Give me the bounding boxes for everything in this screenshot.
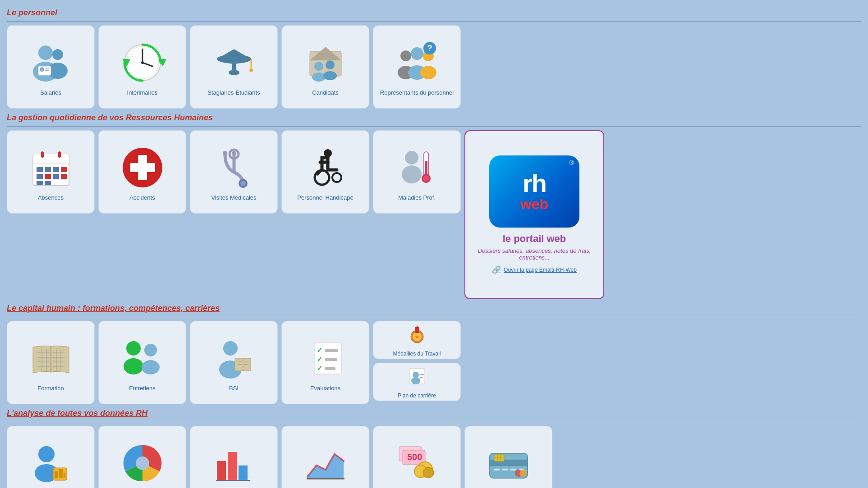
svg-rect-41 (53, 167, 59, 172)
card-maladies[interactable]: Maladies Prof. (373, 130, 461, 214)
svg-point-85 (142, 360, 160, 374)
svg-rect-119 (228, 452, 237, 480)
card-stagiaires[interactable]: Stagiaires-Etudiants (190, 25, 278, 109)
svg-rect-43 (37, 174, 43, 179)
card-medailles[interactable]: ★ Médailles du Travail (373, 321, 461, 359)
svg-point-142 (519, 470, 527, 477)
svg-point-18 (229, 70, 239, 75)
svg-point-32 (420, 66, 436, 79)
svg-rect-123 (307, 478, 344, 479)
stagiaires-icon (211, 38, 257, 87)
absences-icon (28, 143, 73, 192)
card-accidents[interactable]: Accidents (98, 130, 186, 214)
svg-rect-138 (502, 469, 508, 470)
nominatives-icon (28, 438, 73, 488)
absences-label: Absences (38, 194, 64, 201)
rhweb-link[interactable]: 🔗 Ouvrir la page Emalti-RH-Web (492, 265, 577, 274)
bsi-icon (211, 333, 257, 383)
svg-rect-116 (64, 473, 65, 478)
svg-text:✓: ✓ (317, 347, 322, 354)
svg-rect-118 (217, 461, 226, 480)
svg-point-58 (223, 151, 227, 155)
svg-rect-109 (420, 374, 424, 375)
visites-icon (211, 143, 257, 192)
representants-icon: ? (395, 38, 440, 87)
svg-point-83 (124, 358, 143, 374)
representants-label: Représentants du personnel (380, 89, 454, 96)
svg-point-12 (141, 61, 144, 64)
regroupees-icon (120, 438, 165, 488)
svg-point-26 (323, 71, 337, 80)
section-capital: Le capital humain : formations, compéten… (7, 304, 861, 404)
handicape-label: Personnel Handicapé (297, 194, 353, 201)
rhweb-logo: ® rh web (489, 155, 579, 228)
svg-rect-96 (325, 349, 338, 352)
svg-point-64 (402, 165, 422, 183)
candidats-icon (303, 38, 348, 87)
card-indicateurs[interactable]: Indicateurs (190, 426, 278, 488)
svg-point-86 (223, 341, 238, 356)
capital-small-cards: ★ Médailles du Travail (373, 321, 461, 404)
bsi-label: BSI (229, 385, 239, 392)
card-rapports[interactable]: Rapports (281, 426, 369, 488)
svg-rect-98 (325, 358, 337, 361)
rhweb-desc: Dossiers salariés, absences, notes de fr… (472, 247, 597, 261)
salaries-icon (28, 38, 73, 87)
card-plan-carriere[interactable]: Plan de carrière (373, 363, 461, 401)
svg-rect-137 (494, 469, 500, 470)
card-regroupees[interactable]: Regroupées (98, 426, 186, 488)
evaluations-label: Evaluations (310, 385, 340, 392)
section-title-analyse: L'analyse de toutes vos données RH (7, 409, 861, 418)
entretiens-label: Entretiens (129, 385, 156, 392)
svg-text:500: 500 (407, 452, 422, 462)
card-absences[interactable]: Absences (7, 130, 95, 214)
card-visites[interactable]: Visites Médicales (190, 130, 278, 214)
card-handicape[interactable]: Personnel Handicapé (281, 130, 369, 214)
plan-carriere-icon (406, 365, 428, 391)
card-evaluations[interactable]: ✓ ✓ ✓ Evaluations (281, 321, 369, 404)
svg-rect-46 (61, 174, 67, 179)
evaluations-icon: ✓ ✓ ✓ (303, 333, 348, 383)
interimaires-label: Intérimaires (127, 89, 158, 96)
card-bsi[interactable]: BSI (190, 321, 278, 404)
salaries-label: Salariés (40, 89, 61, 96)
notes-frais-icon (486, 438, 531, 488)
svg-point-0 (38, 46, 53, 60)
section-gestion: La gestion quotidienne de vos Ressources… (7, 113, 861, 299)
svg-rect-47 (37, 181, 43, 185)
medailles-icon: ★ (406, 323, 428, 349)
svg-text:✓: ✓ (317, 356, 322, 363)
svg-rect-39 (37, 167, 43, 172)
rhweb-title: le portail web (503, 233, 566, 245)
card-nominatives[interactable]: Nominatives (7, 426, 95, 488)
section-title-capital: Le capital humain : formations, compéten… (7, 304, 861, 313)
card-notes-frais[interactable]: Notes de frais (464, 426, 552, 488)
accidents-icon (120, 143, 165, 192)
maladies-label: Maladies Prof. (398, 194, 436, 201)
provision-icon: 500 500 (395, 435, 440, 485)
candidats-label: Candidats (312, 89, 339, 96)
card-formation[interactable]: Formation (7, 321, 95, 404)
section-personnel: Le personnel Salariés (7, 8, 861, 109)
svg-point-27 (400, 50, 411, 61)
svg-point-108 (411, 377, 420, 384)
svg-point-84 (144, 344, 157, 356)
visites-label: Visites Médicales (211, 194, 256, 201)
card-entretiens[interactable]: Entretiens (98, 321, 186, 404)
svg-point-130 (423, 467, 434, 478)
svg-point-60 (324, 149, 332, 157)
card-provision[interactable]: 500 500 Provision Indemnité Fin de Carri… (373, 426, 461, 488)
svg-rect-44 (45, 174, 51, 179)
maladies-icon (395, 143, 440, 192)
svg-rect-114 (55, 471, 58, 478)
handicape-icon (303, 143, 348, 192)
card-candidats[interactable]: Candidats (281, 25, 369, 109)
svg-rect-48 (45, 181, 51, 185)
capital-row: Formation Entretiens (7, 321, 861, 404)
card-interimaires[interactable]: Intérimaires (98, 25, 186, 109)
svg-point-82 (126, 341, 141, 356)
card-salaries[interactable]: Salariés (7, 25, 95, 109)
card-representants[interactable]: ? Représentants du personnel (373, 25, 461, 109)
svg-rect-115 (59, 469, 63, 478)
rhweb-panel[interactable]: ® rh web le portail web Dossiers salarié… (464, 130, 604, 299)
